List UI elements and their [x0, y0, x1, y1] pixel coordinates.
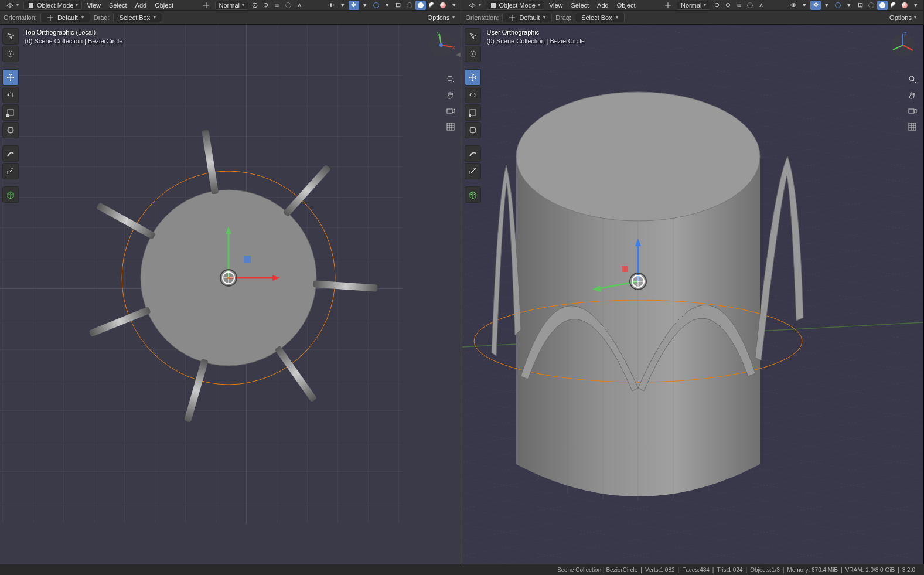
rendered-icon[interactable]: [899, 1, 910, 10]
snap-center-icon[interactable]: ⊙: [711, 1, 722, 10]
tool-transform[interactable]: [2, 122, 19, 138]
snap-icon[interactable]: ⧈: [734, 1, 744, 10]
svg-point-82: [909, 76, 914, 81]
status-version: 3.2.0: [902, 567, 915, 573]
tool-settings-right: Orientation: Default ▾ Drag: Select Box …: [462, 11, 925, 24]
snap-icon[interactable]: ⧈: [272, 1, 282, 10]
tool-select[interactable]: [2, 28, 19, 45]
pan-icon[interactable]: [444, 89, 457, 101]
material-icon[interactable]: [888, 1, 899, 10]
viewport-right[interactable]: User Orthographic (0) Scene Collection |…: [462, 25, 925, 564]
orientation-icon[interactable]: [660, 1, 676, 10]
shading-select[interactable]: Normal ▾: [677, 1, 710, 10]
gizmo-chevron-icon[interactable]: ▾: [799, 1, 810, 10]
svg-line-41: [452, 80, 454, 83]
snap-median-icon[interactable]: ⊙: [722, 1, 733, 10]
overlay-chevron-icon[interactable]: ▾: [382, 1, 393, 10]
chevron-down-icon: ▾: [452, 15, 455, 20]
menu-add[interactable]: Add: [594, 1, 612, 10]
svg-rect-74: [469, 114, 471, 117]
drag-select[interactable]: Select Box ▾: [575, 13, 625, 22]
material-icon[interactable]: [427, 1, 437, 10]
viewport-canvas[interactable]: [462, 25, 924, 564]
snap-median-icon[interactable]: ⊙: [261, 1, 271, 10]
axis-gizmo-right[interactable]: z: [888, 30, 918, 60]
pan-icon[interactable]: [906, 89, 919, 101]
xray-icon[interactable]: ⊡: [855, 1, 865, 10]
menu-object[interactable]: Object: [151, 1, 177, 10]
rendered-icon[interactable]: [438, 1, 448, 10]
shading-chevron-icon[interactable]: ▾: [449, 1, 459, 10]
tool-scale[interactable]: [2, 104, 19, 121]
zoom-icon[interactable]: [444, 73, 457, 86]
orientation-select[interactable]: Default ▾: [40, 13, 90, 22]
tool-rotate[interactable]: [465, 87, 481, 103]
tool-rotate[interactable]: [2, 87, 19, 103]
tool-cursor[interactable]: [465, 46, 481, 62]
gizmo-chevron2-icon[interactable]: ▾: [821, 1, 832, 10]
tool-annotate[interactable]: [465, 145, 481, 162]
camera-icon[interactable]: [906, 104, 919, 117]
menu-object[interactable]: Object: [613, 1, 639, 10]
tool-move[interactable]: [2, 69, 19, 86]
tool-add-cube[interactable]: [2, 186, 19, 203]
viewport-left[interactable]: Top Orthographic (Local) (0) Scene Colle…: [0, 25, 462, 564]
tool-measure[interactable]: [465, 163, 481, 179]
mode-select[interactable]: Object Mode ▾: [23, 1, 82, 10]
snap-center-icon[interactable]: [250, 1, 260, 10]
menu-select[interactable]: Select: [105, 1, 131, 10]
falloff-icon[interactable]: ∧: [756, 1, 766, 10]
solid-icon[interactable]: [415, 1, 426, 10]
gizmo-chevron-icon[interactable]: ▾: [337, 1, 348, 10]
tool-add-cube[interactable]: [465, 186, 481, 203]
mode-select[interactable]: Object Mode ▾: [486, 1, 544, 10]
editor-type-button[interactable]: ▾: [2, 1, 22, 10]
menu-view[interactable]: View: [83, 1, 104, 10]
svg-point-2: [254, 5, 255, 6]
tool-cursor[interactable]: [2, 46, 19, 62]
svg-rect-84: [909, 109, 914, 113]
tool-select[interactable]: [465, 28, 481, 45]
xray-icon[interactable]: ⊡: [393, 1, 404, 10]
viewport-canvas[interactable]: [0, 25, 462, 564]
gizmo-icon[interactable]: ✥: [810, 1, 821, 10]
tool-move[interactable]: [465, 69, 481, 86]
shading-chevron-icon[interactable]: ▾: [911, 1, 921, 10]
grid-perspective-icon[interactable]: [906, 120, 919, 133]
visibility-icon[interactable]: 👁: [326, 1, 337, 10]
options-button[interactable]: Options ▾: [886, 13, 920, 22]
chevron-down-icon: ▾: [704, 2, 706, 8]
solid-icon[interactable]: [877, 1, 888, 10]
collapse-icon[interactable]: ◀: [456, 51, 461, 57]
wireframe-icon[interactable]: [404, 1, 415, 10]
tool-transform[interactable]: [465, 122, 481, 138]
tool-measure[interactable]: [2, 163, 19, 179]
orientation-select[interactable]: Default ▾: [502, 13, 552, 22]
proportional-icon[interactable]: [745, 1, 755, 10]
proportional-icon[interactable]: [283, 1, 294, 10]
menu-select[interactable]: Select: [568, 1, 593, 10]
shading-select[interactable]: Normal ▾: [215, 1, 248, 10]
editor-type-button[interactable]: ▾: [465, 1, 485, 10]
zoom-icon[interactable]: [906, 73, 919, 86]
overlay-chevron-icon[interactable]: ▾: [844, 1, 854, 10]
svg-line-83: [913, 80, 916, 83]
vp-toolbar-left: [2, 28, 19, 203]
gizmo-chevron2-icon[interactable]: ▾: [360, 1, 370, 10]
overlay-icon[interactable]: [371, 1, 381, 10]
visibility-icon[interactable]: 👁: [788, 1, 799, 10]
grid-perspective-icon[interactable]: [444, 120, 457, 133]
tool-annotate[interactable]: [2, 145, 19, 162]
axis-gizmo-left[interactable]: x y: [427, 30, 456, 60]
orientation-icon[interactable]: [199, 1, 214, 10]
tool-scale[interactable]: [465, 104, 481, 121]
overlay-icon[interactable]: [833, 1, 843, 10]
wireframe-icon[interactable]: [866, 1, 877, 10]
menu-add[interactable]: Add: [132, 1, 151, 10]
falloff-icon[interactable]: ∧: [294, 1, 305, 10]
options-button[interactable]: Options ▾: [424, 13, 458, 22]
gizmo-icon[interactable]: ✥: [349, 1, 359, 10]
menu-view[interactable]: View: [545, 1, 567, 10]
camera-icon[interactable]: [444, 104, 457, 117]
drag-select[interactable]: Select Box ▾: [113, 13, 163, 22]
